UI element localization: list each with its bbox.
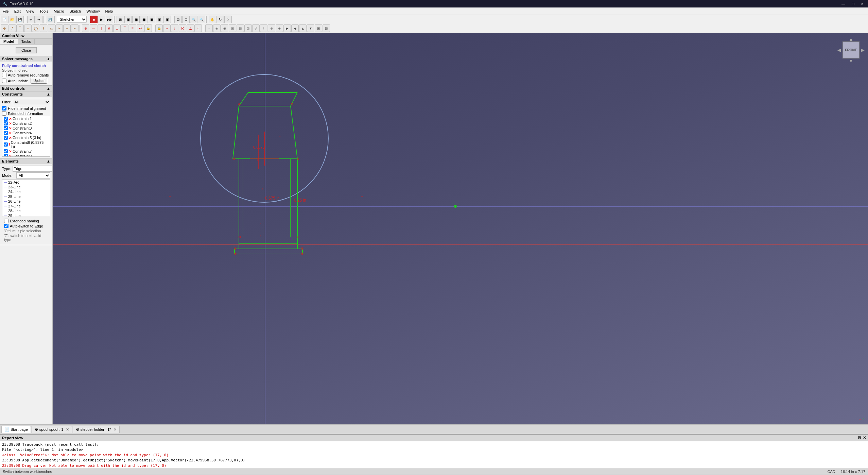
- tb-toggle-const[interactable]: ◦: [205, 24, 213, 32]
- edit-controls-header[interactable]: Edit controls ▲: [0, 86, 52, 91]
- menu-view[interactable]: View: [23, 7, 37, 15]
- bottom-tab-stepper[interactable]: ⚙ stepper holder : 1* ✕: [73, 426, 120, 433]
- tb-rotate[interactable]: ↻: [216, 16, 224, 23]
- tb-d-radius[interactable]: R: [179, 24, 186, 32]
- title-bar-controls[interactable]: — □ ×: [839, 1, 865, 6]
- tb-sketch-ellipse[interactable]: ◯: [32, 24, 39, 32]
- edit-controls-collapse[interactable]: ▲: [47, 86, 50, 90]
- tb-more5[interactable]: ⊗: [276, 24, 283, 32]
- tb-d-snell[interactable]: ≈: [194, 24, 202, 32]
- constraint-checkbox[interactable]: [4, 131, 8, 135]
- constraint-item[interactable]: ✕Constraint2: [2, 121, 50, 126]
- constraint-item[interactable]: IConstraint6 (0.8375 in): [2, 140, 50, 149]
- close-window-button[interactable]: ×: [859, 1, 865, 6]
- tb-c-horiz[interactable]: —: [90, 24, 97, 32]
- nav-cube-up[interactable]: ▲: [849, 36, 853, 42]
- auto-switch-checkbox[interactable]: [4, 224, 8, 228]
- tb-c-coinc[interactable]: ⊕: [82, 24, 89, 32]
- elements-collapse[interactable]: ▲: [47, 159, 50, 163]
- auto-update-checkbox[interactable]: [2, 79, 6, 83]
- menu-macro[interactable]: Macro: [51, 7, 67, 15]
- element-item[interactable]: —24-Line: [2, 189, 50, 194]
- update-button[interactable]: Update: [31, 78, 47, 84]
- nav-cube[interactable]: ▲ ▼ ◀ ▶ FRONT: [837, 36, 865, 64]
- nav-cube-face[interactable]: FRONT: [843, 41, 860, 58]
- constraint-item[interactable]: ✕Constraint1: [2, 116, 50, 121]
- minimize-button[interactable]: —: [839, 1, 847, 6]
- constraint-checkbox[interactable]: [4, 136, 8, 140]
- tb-redo[interactable]: ↪: [35, 16, 42, 23]
- tb-more11[interactable]: ⊡: [323, 24, 330, 32]
- element-item[interactable]: —27-Line: [2, 204, 50, 208]
- maximize-button[interactable]: □: [850, 1, 856, 6]
- tb-sketch-rect[interactable]: ▭: [48, 24, 55, 32]
- tb-view-right[interactable]: ▣: [163, 16, 171, 23]
- constraint-checkbox[interactable]: [4, 117, 8, 121]
- constraint-checkbox[interactable]: [4, 126, 8, 130]
- tb-undo[interactable]: ↩: [27, 16, 35, 23]
- tb-toggle-active[interactable]: ◉: [221, 24, 228, 32]
- extended-naming-checkbox[interactable]: [4, 219, 8, 223]
- tb-view-left[interactable]: ▣: [156, 16, 163, 23]
- extended-info-checkbox[interactable]: [2, 111, 6, 116]
- report-undock[interactable]: ⊡: [858, 436, 861, 440]
- bottom-tab-start-page[interactable]: 📄 Start page: [1, 426, 31, 433]
- tb-sketch-trim[interactable]: ✂: [55, 24, 63, 32]
- tb-more2[interactable]: ⊟: [237, 24, 244, 32]
- menu-edit[interactable]: Edit: [12, 7, 23, 15]
- tb-sketch-fillet[interactable]: ⌐: [71, 24, 79, 32]
- combo-tab-model[interactable]: Model: [0, 39, 18, 44]
- tb-sketch-polyline[interactable]: ⌇: [40, 24, 47, 32]
- tb-view-back[interactable]: ▣: [132, 16, 140, 23]
- combo-tab-tasks[interactable]: Tasks: [18, 39, 35, 44]
- element-item[interactable]: —26-Line: [2, 199, 50, 204]
- mode-select[interactable]: All Normal Construction External: [16, 172, 50, 179]
- tb-mirror[interactable]: ⇌: [252, 24, 260, 32]
- viewport[interactable]: 0.675 in 0.25 in ↔ ↔ 0.8375 ↕ ↕ ↕ ↕ ↔ ↔ …: [53, 33, 868, 424]
- bottom-tab-spool[interactable]: ⚙ spool spool : 1 ✕: [32, 426, 72, 433]
- tb-d-lock[interactable]: 🔒: [155, 24, 163, 32]
- tb-sketch-circle[interactable]: ○: [24, 24, 32, 32]
- tb-c-symm[interactable]: ⇄: [137, 24, 144, 32]
- constraint-item[interactable]: ✕Constraint8: [2, 154, 50, 157]
- tb-c-tangent[interactable]: ⌒: [121, 24, 128, 32]
- tb-c-vert[interactable]: |: [98, 24, 105, 32]
- tb-d-vert[interactable]: ↕: [171, 24, 178, 32]
- tb-d-horiz[interactable]: ↔: [163, 24, 171, 32]
- tb-fit-sel[interactable]: ⊡: [182, 16, 190, 23]
- menu-sketch[interactable]: Sketch: [67, 7, 84, 15]
- nav-cube-left[interactable]: ◀: [837, 47, 841, 53]
- solver-messages-header[interactable]: Solver messages ▲: [0, 56, 52, 62]
- close-button[interactable]: Close: [16, 47, 37, 53]
- tb-view-bottom[interactable]: ▣: [148, 16, 155, 23]
- tb-sketch-arc[interactable]: ⌒: [16, 24, 24, 32]
- tb-c-perp[interactable]: ⊥: [113, 24, 121, 32]
- constraint-item[interactable]: ✕Constraint5 (3 in): [2, 135, 50, 140]
- tb-delete[interactable]: ✕: [224, 16, 232, 23]
- tb-open[interactable]: 📂: [8, 16, 16, 23]
- menu-window[interactable]: Window: [84, 7, 102, 15]
- menu-file[interactable]: File: [0, 7, 12, 15]
- constraints-header[interactable]: Constraints ▲: [0, 91, 52, 97]
- tb-toggle-driv[interactable]: ◈: [213, 24, 221, 32]
- tb-more8[interactable]: ▲: [299, 24, 307, 32]
- tb-pan[interactable]: ✋: [209, 16, 216, 23]
- tb-more9[interactable]: ▼: [307, 24, 314, 32]
- tb-more4[interactable]: ⊕: [268, 24, 275, 32]
- constraint-item[interactable]: ✕Constraint7: [2, 149, 50, 154]
- tb-c-equal[interactable]: =: [129, 24, 136, 32]
- tb-fit-all[interactable]: ⊡: [174, 16, 182, 23]
- tb-macro2[interactable]: ▶▶: [106, 16, 113, 23]
- constraint-checkbox[interactable]: [4, 142, 8, 147]
- auto-remove-checkbox[interactable]: [2, 73, 6, 77]
- constraint-checkbox[interactable]: [4, 121, 8, 125]
- tb-zoom-out[interactable]: 🔍: [198, 16, 205, 23]
- menu-tools[interactable]: Tools: [37, 7, 51, 15]
- constraints-collapse[interactable]: ▲: [47, 92, 50, 96]
- nav-cube-down[interactable]: ▼: [849, 58, 853, 64]
- tb-more6[interactable]: ▶: [283, 24, 291, 32]
- tb-view-box[interactable]: ⊞: [117, 16, 124, 23]
- tb-view-top[interactable]: ▣: [140, 16, 147, 23]
- element-item[interactable]: —23-Line: [2, 185, 50, 189]
- tb-sketch-line[interactable]: /: [8, 24, 16, 32]
